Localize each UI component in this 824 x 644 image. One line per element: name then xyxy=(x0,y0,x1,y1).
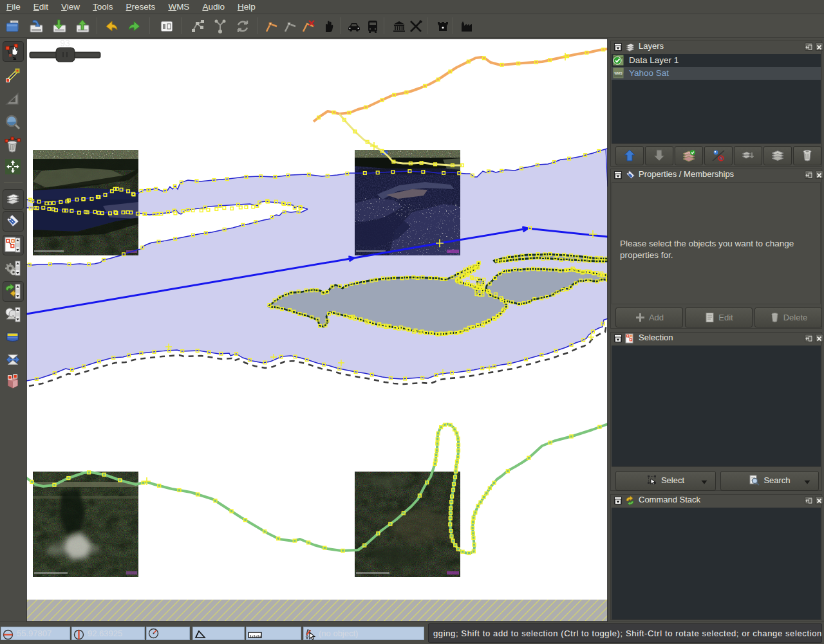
svg-text:WMS: WMS xyxy=(614,71,623,75)
svg-text:93: 93 xyxy=(60,39,70,48)
